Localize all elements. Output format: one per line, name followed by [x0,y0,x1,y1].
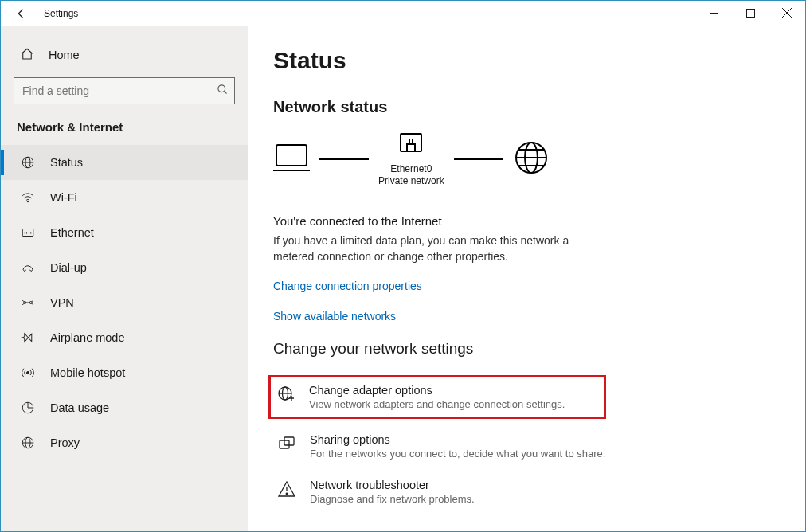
connector-line [454,158,503,160]
svg-point-4 [218,85,225,92]
warning-icon [276,479,297,499]
page-title: Status [273,47,780,74]
internet-globe-icon [513,139,550,178]
search-icon [217,84,229,98]
titlebar: Settings [1,1,805,26]
window-title: Settings [44,8,78,19]
home-icon [20,47,34,64]
option-title: Sharing options [310,433,605,446]
pc-icon [273,142,310,176]
home-label: Home [49,49,80,61]
svg-rect-10 [22,229,33,237]
option-change-adapter[interactable]: Change adapter options View network adap… [268,375,606,419]
sidebar-item-label: Dial-up [50,261,87,274]
sidebar-item-hotspot[interactable]: Mobile hotspot [1,355,248,390]
option-sharing[interactable]: Sharing options For the networks you con… [273,428,780,464]
main-content: Status Network status Ethernet0 Private … [248,26,805,531]
sidebar-item-status[interactable]: Status [1,145,248,180]
option-troubleshooter[interactable]: Network troubleshooter Diagnose and fix … [273,474,780,510]
sidebar-item-label: Wi-Fi [50,191,77,204]
hotspot-icon [20,365,36,381]
option-desc: Diagnose and fix network problems. [310,493,475,505]
sidebar-item-dialup[interactable]: Dial-up [1,250,248,285]
adapter-globe-icon [276,384,296,405]
sidebar-item-proxy[interactable]: Proxy [1,425,248,460]
data-usage-icon [20,400,36,416]
connector-line [319,158,369,160]
maximize-button[interactable] [732,1,769,25]
sidebar-item-datausage[interactable]: Data usage [1,390,248,425]
close-button[interactable] [769,1,805,25]
svg-rect-18 [276,145,307,166]
sidebar-item-label: Data usage [50,401,109,414]
ethernet-icon [20,225,36,241]
network-diagram: Ethernet0 Private network [273,131,780,187]
search-container [14,77,235,104]
sidebar-item-label: VPN [50,296,74,309]
dialup-icon [20,260,36,276]
option-desc: View network adapters and change connect… [309,398,565,410]
home-nav[interactable]: Home [1,37,248,72]
svg-point-12 [29,302,32,304]
airplane-icon [20,330,36,346]
adapter-block: Ethernet0 Private network [378,131,444,187]
svg-point-9 [27,201,28,202]
sidebar-item-ethernet[interactable]: Ethernet [1,215,248,250]
sidebar-item-label: Ethernet [50,226,94,239]
network-status-heading: Network status [273,98,780,116]
svg-line-5 [224,91,226,93]
sidebar-item-label: Mobile hotspot [50,366,125,379]
svg-rect-20 [401,134,421,151]
sidebar-item-wifi[interactable]: Wi-Fi [1,180,248,215]
option-title: Change adapter options [309,384,565,397]
sidebar-item-label: Status [50,156,83,169]
sidebar-item-label: Airplane mode [50,331,125,344]
sharing-icon [276,433,297,454]
sidebar-item-airplane[interactable]: Airplane mode [1,320,248,355]
change-connection-properties-link[interactable]: Change connection properties [273,280,780,292]
minimize-button[interactable] [695,1,732,25]
adapter-name: Ethernet0 [378,163,444,175]
sidebar-item-label: Proxy [50,436,80,449]
back-button[interactable] [10,2,33,25]
globe-icon [20,155,36,170]
connected-heading: You're connected to the Internet [273,214,780,228]
search-input[interactable] [14,77,235,104]
vpn-icon [20,295,36,311]
svg-rect-1 [746,9,754,17]
adapter-type: Private network [378,175,444,187]
sidebar-item-vpn[interactable]: VPN [1,285,248,320]
show-available-networks-link[interactable]: Show available networks [273,310,780,323]
svg-point-13 [27,372,29,374]
connected-paragraph: If you have a limited data plan, you can… [273,233,592,265]
change-settings-heading: Change your network settings [273,340,780,358]
svg-point-11 [24,302,26,304]
option-desc: For the networks you connect to, decide … [310,448,605,460]
option-title: Network troubleshooter [310,479,475,491]
sidebar-heading: Network & Internet [1,115,248,145]
svg-point-35 [286,493,288,495]
svg-rect-21 [407,144,415,151]
proxy-icon [20,435,36,451]
wifi-icon [20,190,36,205]
sidebar: Home Network & Internet Status Wi-Fi [1,26,248,531]
